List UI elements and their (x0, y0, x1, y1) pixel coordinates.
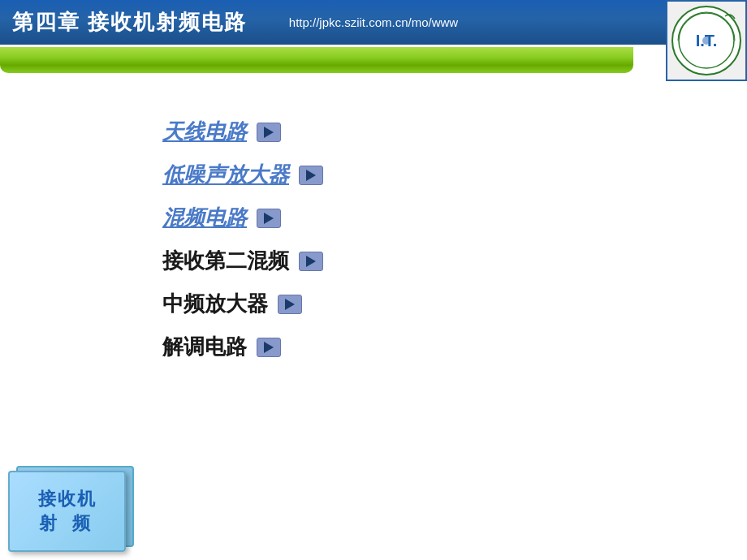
menu-item-demod[interactable]: 解调电路 (162, 333, 633, 361)
menu-label-mixer: 混频电路 (162, 204, 247, 232)
play-button-lownoise[interactable] (299, 166, 323, 185)
green-stripe (0, 47, 633, 73)
svg-point-3 (702, 37, 710, 45)
school-logo-icon: I.T. (670, 4, 743, 77)
menu-item-if-amp[interactable]: 中频放大器 (162, 290, 633, 318)
menu-label-tianxian: 天线电路 (162, 118, 247, 146)
menu-item-mixer[interactable]: 混频电路 (162, 204, 633, 232)
bottom-info-box: 接收机 射 频 (8, 471, 126, 552)
main-content: 天线电路 低噪声放大器 混频电路 接收第二混频 中频放大器 解调电路 (0, 110, 633, 384)
play-button-if-amp[interactable] (278, 295, 302, 314)
play-button-second-mixer[interactable] (299, 252, 323, 271)
menu-label-lownoise: 低噪声放大器 (162, 161, 289, 189)
box-text-line1: 接收机 (38, 487, 97, 511)
play-button-demod[interactable] (257, 338, 281, 357)
play-button-tianxian[interactable] (257, 123, 281, 142)
menu-label-demod: 解调电路 (162, 333, 247, 361)
box-text-line2: 射 频 (39, 511, 94, 536)
page-header: 第四章 接收机射频电路 http://jpkc.sziit.com.cn/mo/… (0, 0, 747, 45)
play-button-mixer[interactable] (257, 209, 281, 228)
header-url: http://jpkc.sziit.com.cn/mo/www (289, 15, 458, 29)
menu-label-if-amp: 中频放大器 (162, 290, 268, 318)
menu-item-second-mixer[interactable]: 接收第二混频 (162, 247, 633, 275)
top-section (0, 47, 747, 73)
menu-item-lownoise[interactable]: 低噪声放大器 (162, 161, 633, 189)
logo-area: I.T. (666, 0, 747, 81)
menu-label-second-mixer: 接收第二混频 (162, 247, 289, 275)
menu-item-tianxian[interactable]: 天线电路 (162, 118, 633, 146)
page-title: 第四章 接收机射频电路 (12, 8, 247, 37)
